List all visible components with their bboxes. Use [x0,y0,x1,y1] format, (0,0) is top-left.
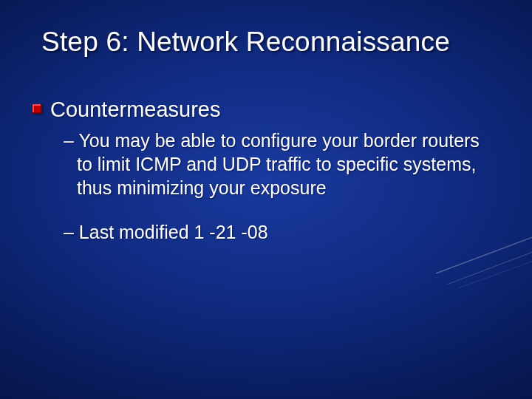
bullet-level1: Countermeasures [33,96,495,123]
svg-line-1 [447,242,532,284]
bullet-level2: – Last modified 1 -21 -08 [64,220,488,244]
slide: Step 6: Network Reconnaissance Counterme… [0,0,532,399]
square-bullet-icon [33,104,42,114]
svg-line-2 [458,251,532,288]
bullet-level1-text: Countermeasures [50,96,221,123]
slide-body: Countermeasures – You may be able to con… [33,96,495,244]
bullet-level2: – You may be able to configure your bord… [64,129,488,200]
slide-title: Step 6: Network Reconnaissance [41,27,502,58]
